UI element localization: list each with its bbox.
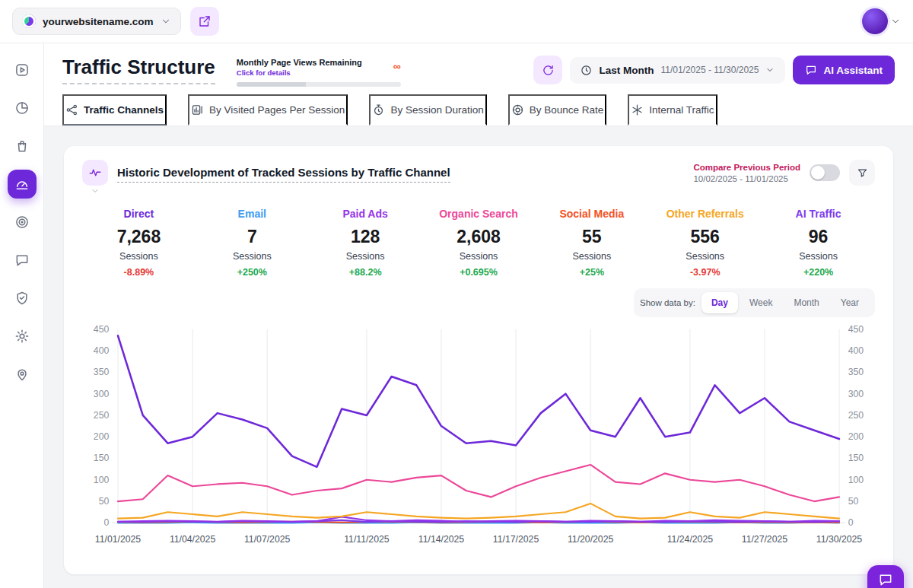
svg-text:250: 250 — [848, 410, 864, 421]
sidebar-item-speedometer[interactable] — [8, 170, 37, 199]
svg-text:300: 300 — [94, 389, 110, 399]
stat-change: -8.89% — [82, 267, 196, 278]
show-data-by-label: Show data by: — [640, 298, 695, 307]
filter-button[interactable] — [849, 160, 875, 186]
compare-range: 10/02/2025 - 11/01/2025 — [693, 174, 800, 183]
stat-channel-name: Direct — [82, 208, 196, 220]
refresh-icon — [542, 64, 555, 77]
svg-text:350: 350 — [94, 367, 110, 377]
period-label: Last Month — [599, 65, 654, 76]
date-range-selector[interactable]: Last Month 11/01/2025 - 11/30/2025 — [570, 57, 785, 84]
stat-organic-search[interactable]: Organic Search2,608Sessions+0.695% — [422, 208, 536, 278]
sidebar — [0, 43, 44, 588]
compare-toggle[interactable] — [810, 164, 840, 181]
map-pin-icon — [14, 367, 30, 382]
chat-icon — [14, 253, 30, 268]
header-actions: Last Month 11/01/2025 - 11/30/2025 AI As… — [533, 56, 895, 84]
stat-unit: Sessions — [648, 251, 762, 262]
pulse-icon — [88, 166, 102, 180]
chat-icon — [805, 64, 817, 76]
shopping-bag-icon — [14, 138, 30, 154]
stat-change: +220% — [762, 267, 875, 278]
stat-value: 96 — [762, 227, 875, 247]
pageviews-quota: Monthly Page Views Remaining Click for d… — [237, 58, 401, 87]
clock-icon — [581, 65, 592, 76]
chevron-down-icon — [890, 16, 901, 27]
tab-by-session-duration[interactable]: By Session Duration — [369, 94, 486, 126]
sessions-chart[interactable]: 11/01/202511/04/202511/07/202511/11/2025… — [82, 320, 875, 556]
stat-paid-ads[interactable]: Paid Ads128Sessions+88.2% — [309, 208, 422, 278]
stat-value: 556 — [648, 227, 762, 247]
svg-text:11/07/2025: 11/07/2025 — [244, 534, 291, 545]
sidebar-item-pie-chart[interactable] — [8, 94, 37, 122]
tab-by-bounce-rate[interactable]: By Bounce Rate — [508, 94, 607, 126]
svg-text:200: 200 — [848, 431, 864, 442]
stat-email[interactable]: Email7Sessions+250% — [196, 208, 309, 278]
sidebar-item-map-pin[interactable] — [8, 360, 37, 389]
play-circle-icon — [14, 62, 30, 78]
chevron-down-icon — [161, 16, 171, 27]
svg-text:100: 100 — [94, 475, 110, 485]
chat-fab-button[interactable] — [867, 565, 904, 588]
site-selector[interactable]: yourwebsitename.com — [12, 8, 181, 35]
stat-social-media[interactable]: Social Media55Sessions+25% — [535, 208, 648, 278]
card-title: Historic Development of Tracked Sessions… — [117, 166, 450, 183]
tab-by-visited-pages-per-session[interactable]: By Visited Pages Per Session — [188, 94, 348, 126]
stat-value: 2,608 — [422, 227, 536, 247]
content: Historic Development of Tracked Sessions… — [44, 126, 913, 588]
granularity-month[interactable]: Month — [784, 292, 829, 313]
chart-pulse-icon[interactable] — [82, 160, 108, 186]
stat-channel-name: Email — [196, 208, 309, 220]
topbar: yourwebsitename.com — [0, 0, 913, 43]
sidebar-item-shield[interactable] — [8, 284, 37, 313]
bounce-icon — [511, 103, 524, 116]
main: Traffic Structure Monthly Page Views Rem… — [44, 43, 913, 588]
quota-progress-fill — [237, 82, 306, 87]
stat-change: -3.97% — [648, 267, 762, 278]
sidebar-item-chat[interactable] — [8, 246, 37, 275]
tab-traffic-channels[interactable]: Traffic Channels — [62, 94, 167, 126]
stat-direct[interactable]: Direct7,268Sessions-8.89% — [82, 208, 196, 278]
refresh-button[interactable] — [533, 56, 562, 84]
svg-text:11/24/2025: 11/24/2025 — [667, 534, 714, 545]
stat-value: 7 — [196, 227, 309, 247]
sidebar-item-target[interactable] — [8, 208, 37, 237]
quota-details-link[interactable]: Click for details — [237, 68, 362, 77]
filter-icon — [857, 167, 868, 179]
snowflake-icon — [631, 103, 644, 116]
open-site-button[interactable] — [190, 7, 219, 36]
sidebar-item-gear[interactable] — [8, 322, 37, 351]
stat-change: +0.695% — [422, 267, 536, 278]
sidebar-item-play-circle[interactable] — [8, 56, 37, 84]
sessions-card: Historic Development of Tracked Sessions… — [64, 146, 893, 574]
stat-unit: Sessions — [535, 251, 648, 262]
sidebar-item-shopping-bag[interactable] — [8, 132, 37, 161]
granularity-week[interactable]: Week — [740, 292, 782, 313]
quota-progress-bar — [237, 82, 401, 87]
granularity-year[interactable]: Year — [831, 292, 869, 313]
app-shell: Traffic Structure Monthly Page Views Rem… — [0, 43, 913, 588]
card-header: Historic Development of Tracked Sessions… — [82, 160, 875, 195]
stat-channel-name: AI Traffic — [762, 208, 875, 220]
tab-internal-traffic[interactable]: Internal Traffic — [628, 94, 717, 126]
svg-text:150: 150 — [848, 453, 864, 463]
quota-title: Monthly Page Views Remaining — [237, 58, 362, 67]
stat-ai-traffic[interactable]: AI Traffic96Sessions+220% — [762, 208, 875, 278]
granularity-day[interactable]: Day — [701, 292, 738, 313]
svg-text:400: 400 — [848, 345, 864, 356]
stat-change: +88.2% — [309, 267, 422, 278]
svg-text:350: 350 — [848, 367, 864, 377]
share-nodes-icon — [65, 103, 78, 116]
stat-unit: Sessions — [82, 251, 196, 262]
svg-text:100: 100 — [848, 475, 864, 485]
stopwatch-icon — [372, 103, 385, 116]
ai-assistant-button[interactable]: AI Assistant — [793, 56, 895, 84]
chevron-down-icon — [91, 186, 100, 195]
series-other-referrals — [118, 504, 839, 519]
shield-icon — [14, 291, 30, 306]
stat-other-referrals[interactable]: Other Referrals556Sessions-3.97% — [648, 208, 762, 278]
svg-text:11/27/2025: 11/27/2025 — [742, 534, 788, 545]
svg-text:150: 150 — [94, 453, 110, 463]
chevron-down-icon — [765, 65, 775, 75]
account-menu[interactable] — [862, 8, 901, 34]
